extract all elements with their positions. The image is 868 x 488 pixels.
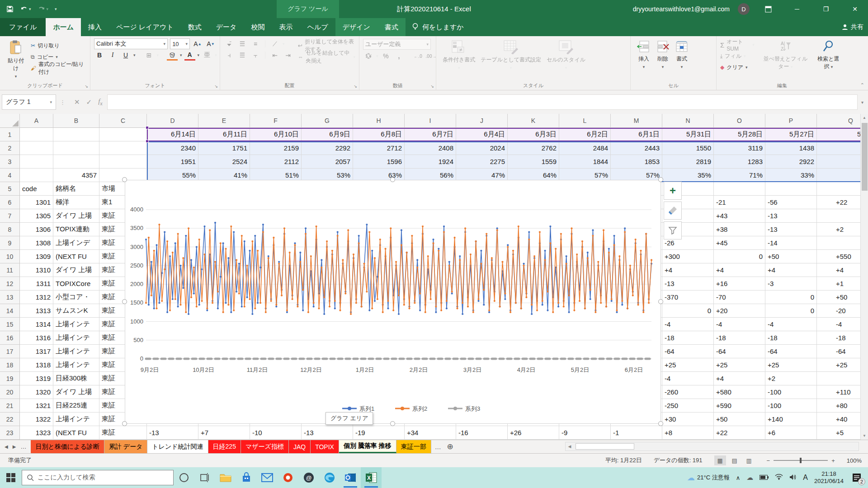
- chart-filter-button[interactable]: [664, 221, 682, 239]
- column-header-H[interactable]: H: [353, 114, 405, 128]
- cell-O2[interactable]: 3119: [714, 141, 765, 155]
- cell-P17[interactable]: -64: [765, 345, 817, 358]
- page-layout-view-icon[interactable]: ▤: [729, 455, 741, 465]
- select-all-corner[interactable]: [0, 114, 20, 128]
- cell-A6[interactable]: 1301: [20, 196, 53, 209]
- weather-indicator[interactable]: ☁21°C 注意報: [687, 473, 730, 483]
- decrease-font-icon[interactable]: A▼: [205, 38, 216, 49]
- cell-O15[interactable]: -4: [714, 318, 765, 331]
- cell-G3[interactable]: 2057: [302, 155, 353, 169]
- alignment-dialog-launcher[interactable]: ↘: [354, 84, 357, 89]
- cell-L3[interactable]: 1844: [559, 155, 611, 169]
- fx-icon[interactable]: fx: [98, 98, 103, 107]
- cell-M1[interactable]: 6月1日: [611, 128, 662, 141]
- clipboard-dialog-launcher[interactable]: ↘: [85, 84, 88, 89]
- cell-I2[interactable]: 2408: [405, 141, 456, 155]
- cell-O5[interactable]: [714, 182, 765, 196]
- zoom-in-icon[interactable]: +: [831, 457, 835, 464]
- cut-button[interactable]: ✂切り取り: [31, 41, 86, 51]
- volume-icon[interactable]: [789, 474, 797, 482]
- sheet-tab-9[interactable]: 東証一部: [396, 440, 431, 453]
- font-size-combo[interactable]: 10▾: [170, 38, 190, 49]
- cell-B6[interactable]: 極洋: [53, 196, 99, 209]
- cell-P23[interactable]: +6: [765, 426, 817, 440]
- cell-M2[interactable]: 2443: [611, 141, 662, 155]
- cell-G2[interactable]: 2292: [302, 141, 353, 155]
- cell-O9[interactable]: +45: [714, 236, 765, 250]
- fill-color-icon[interactable]: 🪣︎: [167, 50, 178, 61]
- avatar[interactable]: D: [738, 3, 750, 15]
- cell-B16[interactable]: 上場インテ: [53, 331, 99, 345]
- font-name-combo[interactable]: Calibri 本文▾: [94, 38, 168, 49]
- cell-B15[interactable]: 上場インテ: [53, 318, 99, 331]
- cell-N2[interactable]: 1550: [662, 141, 714, 155]
- chart-resize-handle[interactable]: [122, 421, 127, 426]
- cell-O21[interactable]: +590: [714, 399, 765, 413]
- chart-resize-handle[interactable]: [390, 421, 395, 426]
- sheet-tab-8[interactable]: 個別 騰落率 推移: [339, 440, 396, 453]
- ribbon-display-options-icon[interactable]: [758, 0, 778, 18]
- format-painter-button[interactable]: 🖌︎書式のコピー/貼り付け: [31, 63, 86, 73]
- cell-N16[interactable]: -18: [662, 331, 714, 345]
- cell-L1[interactable]: 6月2日: [559, 128, 611, 141]
- cell-N20[interactable]: -260: [662, 385, 714, 399]
- cell-H1[interactable]: 6月8日: [353, 128, 405, 141]
- cell-P11[interactable]: +4: [765, 263, 817, 277]
- column-header-G[interactable]: G: [302, 114, 353, 128]
- sheet-tab-7[interactable]: TOPIX: [311, 440, 339, 453]
- cell-O17[interactable]: -64: [714, 345, 765, 358]
- cell-A22[interactable]: 1322: [20, 413, 53, 426]
- chart-area[interactable]: 050010001500200025003000350040009月2日10月2…: [125, 180, 661, 424]
- cortana-icon[interactable]: [174, 467, 194, 488]
- cell-M23[interactable]: -1: [611, 426, 662, 440]
- cell-B8[interactable]: TOPIX連動: [53, 223, 99, 236]
- cell-O8[interactable]: +38: [714, 223, 765, 236]
- wifi-icon[interactable]: [775, 474, 783, 481]
- cell-K1[interactable]: 6月3日: [508, 128, 559, 141]
- horizontal-scrollbar[interactable]: ◀: [565, 442, 859, 451]
- cell-P15[interactable]: -4: [765, 318, 817, 331]
- chart-resize-handle[interactable]: [658, 177, 663, 182]
- email-at-icon[interactable]: @: [298, 467, 319, 488]
- page-break-view-icon[interactable]: ▥: [743, 455, 755, 465]
- customize-qat-icon[interactable]: ▾: [55, 7, 57, 11]
- close-button[interactable]: ✕: [844, 0, 865, 18]
- cell-O7[interactable]: +43: [714, 209, 765, 223]
- tell-me-box[interactable]: 何をしますか: [406, 18, 470, 36]
- cell-A12[interactable]: 1311: [20, 277, 53, 291]
- cell-D1[interactable]: 6月14日: [147, 128, 198, 141]
- cell-N19[interactable]: -4: [662, 372, 714, 385]
- row-header-14[interactable]: 14: [0, 304, 20, 318]
- column-header-F[interactable]: F: [250, 114, 302, 128]
- cell-K3[interactable]: 1559: [508, 155, 559, 169]
- row-header-5[interactable]: 5: [0, 182, 20, 196]
- scroll-down-icon[interactable]: ▼: [861, 432, 868, 440]
- column-header-C[interactable]: C: [99, 114, 147, 128]
- row-header-1[interactable]: 1: [0, 128, 20, 141]
- cell-B5[interactable]: 銘柄名: [53, 182, 99, 196]
- cell-K2[interactable]: 2762: [508, 141, 559, 155]
- collapse-ribbon-icon[interactable]: ⌃: [860, 82, 864, 88]
- cell-F1[interactable]: 6月10日: [250, 128, 302, 141]
- column-header-B[interactable]: B: [53, 114, 99, 128]
- chart-resize-handle[interactable]: [390, 177, 395, 182]
- cell-A21[interactable]: 1321: [20, 399, 53, 413]
- underline-button[interactable]: U: [120, 50, 131, 61]
- tab-overflow-left[interactable]: …: [20, 443, 26, 450]
- tab-file[interactable]: ファイル: [0, 18, 46, 36]
- cell-O19[interactable]: +4: [714, 372, 765, 385]
- cell-P7[interactable]: -13: [765, 209, 817, 223]
- edge-browser-icon[interactable]: [319, 467, 340, 488]
- tab-page-layout[interactable]: ページ レイアウト: [109, 18, 181, 36]
- cell-A13[interactable]: 1312: [20, 291, 53, 304]
- cell-N21[interactable]: -250: [662, 399, 714, 413]
- chart-styles-button[interactable]: [664, 202, 682, 220]
- cell-A11[interactable]: 1310: [20, 263, 53, 277]
- cell-E23[interactable]: +7: [198, 426, 250, 440]
- zoom-slider[interactable]: [774, 460, 828, 461]
- column-header-K[interactable]: K: [508, 114, 559, 128]
- onedrive-icon[interactable]: ☁: [746, 474, 753, 482]
- cell-N17[interactable]: -64: [662, 345, 714, 358]
- row-header-4[interactable]: 4: [0, 169, 20, 182]
- formula-input[interactable]: [107, 94, 858, 110]
